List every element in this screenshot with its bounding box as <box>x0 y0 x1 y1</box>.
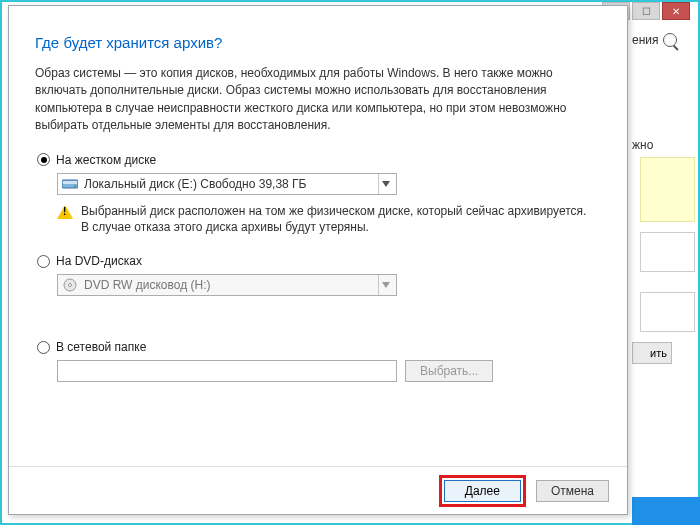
radio-dvd-row[interactable]: На DVD-дисках <box>37 254 601 268</box>
option-network: В сетевой папке Выбрать... <box>35 340 601 382</box>
hdd-selected-text: Локальный диск (E:) Свободно 39,38 ГБ <box>84 177 378 191</box>
option-dvd: На DVD-дисках DVD RW дисковод (H:) <box>35 254 601 296</box>
search-icon[interactable] <box>663 33 677 47</box>
radio-dvd[interactable] <box>37 255 50 268</box>
maximize-button[interactable]: ☐ <box>632 2 660 20</box>
close-button[interactable]: ✕ <box>662 2 690 20</box>
radio-hdd[interactable] <box>37 153 50 166</box>
hdd-icon <box>62 177 78 191</box>
next-button[interactable]: Далее <box>444 480 521 502</box>
bg-yellow-box <box>640 157 695 222</box>
dvd-drive-dropdown[interactable]: DVD RW дисковод (H:) <box>57 274 397 296</box>
radio-network-label: В сетевой папке <box>56 340 146 354</box>
svg-rect-1 <box>63 181 77 184</box>
network-path-input[interactable] <box>57 360 397 382</box>
cancel-button[interactable]: Отмена <box>536 480 609 502</box>
dialog-heading: Где будет хранится архив? <box>35 34 601 51</box>
hdd-drive-dropdown[interactable]: Локальный диск (E:) Свободно 39,38 ГБ <box>57 173 397 195</box>
warning-icon <box>57 205 73 219</box>
bg-button-fragment[interactable]: ить <box>632 342 672 364</box>
background-right-panel: ения жно <box>632 27 697 152</box>
backup-wizard-dialog: Где будет хранится архив? Образ системы … <box>8 5 628 515</box>
chevron-down-icon <box>378 174 392 194</box>
radio-network[interactable] <box>37 341 50 354</box>
radio-dvd-label: На DVD-дисках <box>56 254 142 268</box>
hdd-warning: Выбранный диск расположен на том же физи… <box>57 203 597 237</box>
bg-taskbar-fragment <box>632 497 700 525</box>
radio-network-row[interactable]: В сетевой папке <box>37 340 601 354</box>
browse-button[interactable]: Выбрать... <box>405 360 493 382</box>
svg-point-2 <box>74 185 76 187</box>
next-button-highlight: Далее <box>439 475 526 507</box>
bg-white-box-1 <box>640 232 695 272</box>
dvd-icon <box>62 278 78 292</box>
radio-hdd-label: На жестком диске <box>56 153 156 167</box>
bg-tab-text: ения <box>632 33 659 47</box>
dvd-selected-text: DVD RW дисковод (H:) <box>84 278 378 292</box>
chevron-down-icon <box>378 275 392 295</box>
hdd-warning-text: Выбранный диск расположен на том же физи… <box>81 203 597 237</box>
radio-hdd-row[interactable]: На жестком диске <box>37 153 601 167</box>
dialog-footer: Далее Отмена <box>9 466 627 514</box>
bg-white-box-2 <box>640 292 695 332</box>
svg-point-4 <box>69 284 72 287</box>
option-hdd: На жестком диске Локальный диск (E:) Сво… <box>35 153 601 237</box>
bg-text-fragment: жно <box>632 138 697 152</box>
dialog-description: Образ системы — это копия дисков, необхо… <box>35 65 595 135</box>
